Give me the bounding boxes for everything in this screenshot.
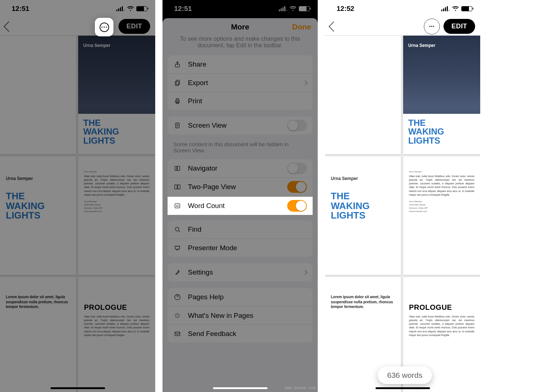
edit-button[interactable]: EDIT [443, 19, 475, 34]
sparkle-icon [173, 312, 181, 320]
word-count-pill[interactable]: 636 words [378, 367, 432, 384]
cellular-icon [116, 6, 125, 11]
more-button-placeholder [79, 19, 95, 35]
word-count-icon: 42 [173, 202, 181, 210]
two-page-row[interactable]: Two-Page View [168, 177, 313, 196]
home-indicator[interactable] [213, 387, 268, 389]
status-bar: 12:51 [162, 0, 318, 17]
presenter-icon [173, 244, 181, 252]
cellular-icon [441, 6, 450, 11]
share-row[interactable]: Share [168, 55, 313, 73]
export-icon [173, 79, 181, 87]
hero-title: THE WAKING LIGHTS [83, 119, 119, 145]
group-find: Find Presenter Mode [168, 220, 313, 257]
share-icon [173, 60, 181, 68]
svg-point-11 [175, 227, 179, 231]
hero-title: THE WAKING LIGHTS [408, 119, 444, 145]
toolbar: EDIT [325, 17, 480, 36]
ellipsis-icon [100, 23, 109, 32]
svg-text:42: 42 [176, 204, 179, 208]
chevron-right-icon [302, 270, 308, 275]
page-title: THE WAKING LIGHTS [6, 191, 45, 220]
group-view: Screen View [168, 116, 313, 135]
watermark: www.devaq.com [285, 386, 316, 390]
page-title: THE WAKING LIGHTS [331, 191, 370, 220]
navigator-icon [173, 164, 181, 172]
cellular-icon [279, 6, 287, 11]
hero-author: Urna Semper [408, 43, 435, 48]
navigator-row[interactable]: Navigator [168, 159, 313, 177]
svg-rect-10 [178, 185, 180, 189]
whats-new-row[interactable]: What's New in Pages [168, 306, 313, 324]
done-button[interactable]: Done [292, 23, 312, 31]
battery-icon [461, 6, 472, 11]
screenshot-3: 12:52 EDIT Urna Semper THE WA [325, 0, 480, 392]
wifi-icon [452, 6, 459, 11]
screenshot-1: 12:51 EDIT Urna Semper THE [0, 0, 155, 392]
svg-rect-1 [176, 80, 180, 84]
svg-rect-14 [175, 332, 180, 336]
svg-rect-4 [176, 99, 179, 100]
wifi-icon [290, 6, 296, 11]
help-icon [173, 293, 181, 301]
print-icon [173, 97, 181, 105]
svg-rect-7 [175, 166, 177, 171]
edit-button[interactable]: EDIT [119, 19, 150, 34]
group-help: Pages Help What's New in Pages Send Feed… [168, 288, 313, 343]
status-bar: 12:51 [0, 0, 155, 17]
sheet-title: More [231, 23, 249, 31]
svg-rect-2 [175, 81, 178, 85]
svg-rect-8 [177, 166, 180, 171]
find-row[interactable]: Find [168, 220, 313, 239]
ellipsis-icon [429, 26, 434, 27]
word-count-row[interactable]: 42 Word Count [168, 197, 313, 215]
screenshot-2: 12:51 More Done To see more options and … [162, 0, 318, 392]
status-time: 12:51 [174, 5, 192, 13]
document-canvas[interactable]: Urna Semper THE WAKING LIGHTS Urna Sempe… [0, 36, 155, 392]
screen-view-note: Some content in this document will be hi… [162, 141, 318, 159]
group-share: Share Export Print [168, 55, 313, 110]
sheet-hint: To see more options and make changes to … [162, 36, 318, 55]
back-icon[interactable] [4, 21, 14, 31]
svg-rect-12 [175, 246, 180, 249]
toolbar: EDIT [0, 17, 155, 36]
group-settings: Settings [168, 263, 313, 281]
mail-icon [173, 330, 181, 338]
screen-view-toggle[interactable] [287, 120, 307, 131]
help-row[interactable]: Pages Help [168, 288, 313, 306]
screen-view-row[interactable]: Screen View [168, 116, 313, 135]
document-canvas[interactable]: Urna Semper THE WAKING LIGHTS Urna Sempe… [325, 36, 480, 392]
back-icon[interactable] [329, 21, 339, 31]
hero-author: Urna Semper [83, 43, 111, 48]
navigator-toggle[interactable] [287, 163, 307, 174]
status-time: 12:52 [337, 5, 354, 13]
screen-view-icon [173, 121, 181, 129]
more-button[interactable] [95, 18, 113, 36]
feedback-row[interactable]: Send Feedback [168, 324, 313, 343]
home-indicator[interactable] [376, 387, 430, 389]
wrench-icon [173, 268, 181, 276]
word-count-toggle[interactable] [287, 200, 307, 212]
home-indicator[interactable] [51, 387, 105, 389]
status-bar: 12:52 [325, 0, 480, 17]
print-row[interactable]: Print [168, 92, 313, 110]
chevron-right-icon [302, 80, 308, 85]
settings-row[interactable]: Settings [168, 263, 313, 281]
status-time: 12:51 [12, 5, 29, 13]
two-page-toggle[interactable] [287, 181, 307, 193]
presenter-row[interactable]: Presenter Mode [168, 239, 313, 257]
wifi-icon [127, 6, 134, 11]
battery-icon [136, 6, 147, 11]
battery-icon [299, 6, 310, 11]
more-button[interactable] [424, 19, 440, 35]
two-page-icon [173, 183, 181, 191]
svg-rect-9 [175, 185, 177, 189]
export-row[interactable]: Export [168, 73, 313, 92]
search-icon [173, 225, 181, 233]
